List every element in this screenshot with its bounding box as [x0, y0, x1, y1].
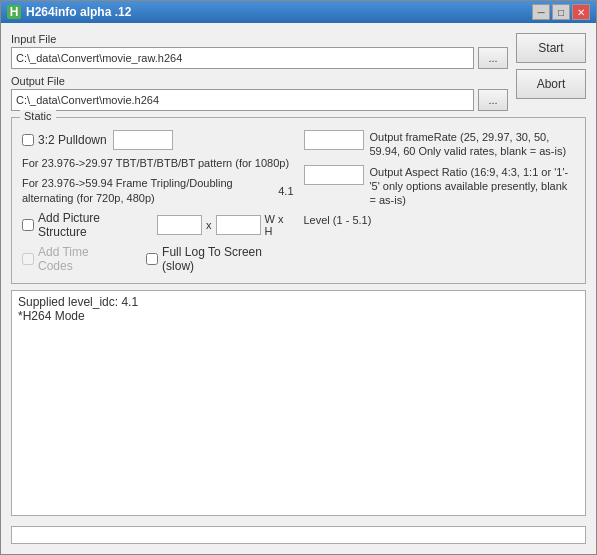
fields-section: Input File ... Output File ...: [11, 33, 508, 111]
timecodes-row: Add Time Codes Full Log To Screen (slow): [22, 245, 294, 273]
static-left-column: 3:2 Pulldown For 23.976->29.97 TBT/BT/BT…: [22, 130, 294, 273]
action-buttons: Start Abort: [516, 33, 586, 99]
minimize-button[interactable]: ─: [532, 4, 550, 20]
wh-label: W x H: [265, 213, 294, 237]
input-file-label: Input File: [11, 33, 508, 45]
title-bar: H H264info alpha .12 ─ □ ✕: [1, 1, 596, 23]
static-legend: Static: [20, 110, 56, 122]
aspect-ratio-row: Output Aspect Ratio (16:9, 4:3, 1:1 or '…: [304, 165, 576, 208]
static-right-column: Output frameRate (25, 29.97, 30, 50, 59.…: [304, 130, 576, 273]
add-picture-label[interactable]: Add Picture Structure: [22, 211, 151, 239]
main-content: Input File ... Output File ...: [1, 23, 596, 554]
input-file-input[interactable]: [11, 47, 474, 69]
tbt-text: For 23.976->29.97 TBT/BT/BTB/BT pattern …: [22, 156, 289, 170]
level-value: 4.1: [278, 185, 293, 197]
input-file-row: ...: [11, 47, 508, 69]
full-log-checkbox[interactable]: [146, 253, 158, 265]
timecodes-checkbox[interactable]: [22, 253, 34, 265]
frame-triple-row: For 23.976->59.94 Frame Tripling/Doublin…: [22, 176, 294, 205]
wx-row: x W x H: [157, 213, 293, 237]
frame-triple-text: For 23.976->59.94 Frame Tripling/Doublin…: [22, 176, 268, 205]
level-label: Level (1 - 5.1): [304, 213, 372, 227]
add-picture-row: Add Picture Structure x W x H: [22, 211, 294, 239]
output-file-label: Output File: [11, 75, 508, 87]
output-file-row: ...: [11, 89, 508, 111]
input-file-group: Input File ...: [11, 33, 508, 69]
timecodes-text: Add Time Codes: [38, 245, 124, 273]
progress-bar: [11, 526, 586, 544]
full-log-label[interactable]: Full Log To Screen (slow): [146, 245, 293, 273]
pulldown-label: 3:2 Pulldown: [38, 133, 107, 147]
tbt-row: For 23.976->29.97 TBT/BT/BTB/BT pattern …: [22, 156, 294, 170]
log-line-2: *H264 Mode: [18, 309, 579, 323]
pulldown-checkbox[interactable]: [22, 134, 34, 146]
static-group: Static 3:2 Pulldown For 23.976->29.9: [11, 117, 586, 284]
close-button[interactable]: ✕: [572, 4, 590, 20]
pulldown-row: 3:2 Pulldown: [22, 130, 294, 150]
app-icon: H: [7, 5, 21, 19]
pulldown-checkbox-label[interactable]: 3:2 Pulldown: [22, 133, 107, 147]
aspect-ratio-input[interactable]: [304, 165, 364, 185]
main-window: H H264info alpha .12 ─ □ ✕ Input File ..…: [0, 0, 597, 555]
static-content: 3:2 Pulldown For 23.976->29.97 TBT/BT/BT…: [22, 130, 575, 273]
maximize-button[interactable]: □: [552, 4, 570, 20]
output-browse-button[interactable]: ...: [478, 89, 508, 111]
output-file-input[interactable]: [11, 89, 474, 111]
x-label: x: [206, 219, 212, 231]
level-row: Level (1 - 5.1): [304, 213, 576, 227]
input-browse-button[interactable]: ...: [478, 47, 508, 69]
output-file-group: Output File ...: [11, 75, 508, 111]
top-section: Input File ... Output File ...: [11, 33, 586, 111]
aspect-ratio-label: Output Aspect Ratio (16:9, 4:3, 1:1 or '…: [370, 165, 576, 208]
add-picture-text: Add Picture Structure: [38, 211, 151, 239]
full-log-text: Full Log To Screen (slow): [162, 245, 293, 273]
window-controls: ─ □ ✕: [532, 4, 590, 20]
start-button[interactable]: Start: [516, 33, 586, 63]
add-picture-checkbox[interactable]: [22, 219, 34, 231]
log-line-1: Supplied level_idc: 4.1: [18, 295, 579, 309]
framerate-input[interactable]: [304, 130, 364, 150]
log-area: Supplied level_idc: 4.1 *H264 Mode: [11, 290, 586, 516]
timecodes-label: Add Time Codes: [22, 245, 124, 273]
width-input[interactable]: [157, 215, 202, 235]
window-title: H264info alpha .12: [26, 5, 532, 19]
framerate-label: Output frameRate (25, 29.97, 30, 50, 59.…: [370, 130, 576, 159]
height-input[interactable]: [216, 215, 261, 235]
pulldown-input[interactable]: [113, 130, 173, 150]
framerate-row: Output frameRate (25, 29.97, 30, 50, 59.…: [304, 130, 576, 159]
abort-button[interactable]: Abort: [516, 69, 586, 99]
